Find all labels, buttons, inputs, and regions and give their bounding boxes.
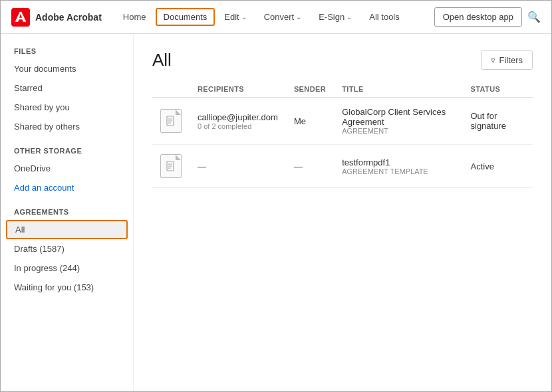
app-name: Adobe Acrobat — [35, 12, 102, 23]
sidebar-item-drafts[interactable]: Drafts (1587) — [1, 239, 133, 258]
nav-alltools[interactable]: All tools — [361, 8, 408, 26]
row1-recipients: calliope@jupiter.dom 0 of 2 completed — [190, 98, 286, 145]
row1-sender: Me — [286, 98, 334, 145]
row1-doc-icon — [160, 109, 182, 133]
search-button[interactable]: 🔍 — [527, 11, 541, 23]
logo-area: Adobe Acrobat — [11, 8, 102, 27]
row2-status: Active — [463, 145, 533, 188]
nav-home[interactable]: Home — [115, 8, 154, 26]
row1-icon-cell — [152, 98, 190, 145]
page-title: All — [152, 50, 172, 70]
esign-chevron-icon: ⌄ — [346, 13, 352, 21]
col-icon — [152, 81, 190, 98]
sidebar-spacer-2 — [1, 197, 133, 208]
nav-esign[interactable]: E-Sign ⌄ — [311, 8, 360, 26]
col-sender: SENDER — [286, 81, 334, 98]
sidebar-item-shared-by-you[interactable]: Shared by you — [1, 98, 133, 117]
row1-status: Out for signature — [463, 98, 533, 145]
sidebar-item-in-progress[interactable]: In progress (244) — [1, 258, 133, 278]
table-row[interactable]: — — testformpdf1 AGREEMENT TEMPLATE Acti… — [152, 145, 533, 188]
sidebar-spacer-1 — [1, 136, 133, 147]
row2-doc-icon — [160, 154, 182, 178]
sidebar-item-all[interactable]: All — [6, 220, 128, 239]
row2-icon-cell — [152, 145, 190, 188]
nav-convert[interactable]: Convert ⌄ — [256, 8, 310, 26]
sidebar-item-onedrive[interactable]: OneDrive — [1, 159, 133, 178]
content-header: All ▿ Filters — [152, 50, 533, 70]
sidebar-item-shared-by-others[interactable]: Shared by others — [1, 117, 133, 136]
col-status: STATUS — [463, 81, 533, 98]
adobe-logo-icon — [11, 8, 30, 27]
sidebar-item-add-account[interactable]: Add an account — [1, 178, 133, 197]
nav-documents[interactable]: Documents — [156, 8, 215, 26]
table-header-row: RECIPIENTS SENDER TITLE STATUS — [152, 81, 533, 98]
nav-right: Open desktop app 🔍 — [434, 7, 541, 27]
sidebar-item-your-documents[interactable]: Your documents — [1, 59, 133, 78]
row1-title: GlobalCorp Client Services Agreement AGR… — [334, 98, 462, 145]
convert-chevron-icon: ⌄ — [296, 13, 301, 21]
nav-edit[interactable]: Edit ⌄ — [216, 8, 254, 26]
main-layout: FILES Your documents Starred Shared by y… — [1, 34, 551, 392]
filters-button[interactable]: ▿ Filters — [481, 50, 533, 70]
sidebar: FILES Your documents Starred Shared by y… — [1, 34, 134, 392]
top-navigation: Adobe Acrobat Home Documents Edit ⌄ Conv… — [1, 1, 551, 34]
col-recipients: RECIPIENTS — [190, 81, 286, 98]
row2-recipients: — — [190, 145, 286, 188]
col-title: TITLE — [334, 81, 462, 98]
documents-table: RECIPIENTS SENDER TITLE STATUS — [152, 81, 533, 188]
sidebar-item-waiting-for-you[interactable]: Waiting for you (153) — [1, 278, 133, 297]
row2-sender: — — [286, 145, 334, 188]
open-desktop-button[interactable]: Open desktop app — [434, 7, 522, 27]
files-section-label: FILES — [1, 47, 133, 59]
edit-chevron-icon: ⌄ — [241, 13, 247, 21]
search-icon: 🔍 — [527, 11, 541, 23]
row2-title: testformpdf1 AGREEMENT TEMPLATE — [334, 145, 462, 188]
agreements-section-label: AGREEMENTS — [1, 208, 133, 220]
other-storage-section-label: OTHER STORAGE — [1, 147, 133, 159]
content-area: All ▿ Filters RECIPIENTS SENDER TITLE ST… — [134, 34, 551, 392]
filter-icon: ▿ — [491, 55, 495, 65]
sidebar-item-starred[interactable]: Starred — [1, 78, 133, 98]
table-row[interactable]: calliope@jupiter.dom 0 of 2 completed Me… — [152, 98, 533, 145]
nav-items: Home Documents Edit ⌄ Convert ⌄ E-Sign ⌄… — [115, 8, 432, 26]
